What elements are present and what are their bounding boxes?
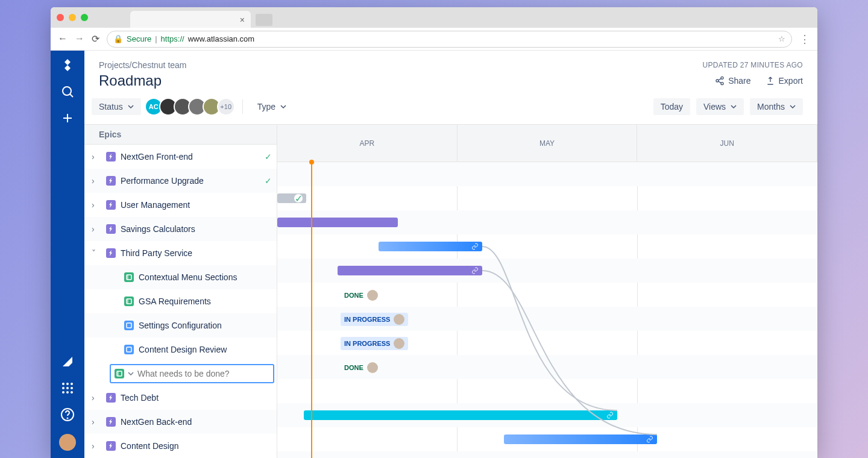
svg-line-18 <box>719 78 722 80</box>
breadcrumb-leaf[interactable]: Chestnut team <box>131 60 186 70</box>
notifications-icon[interactable] <box>60 354 75 369</box>
chevron-down-icon <box>128 104 134 110</box>
url-protocol: https:// <box>161 34 184 43</box>
epic-bar[interactable] <box>504 434 657 444</box>
issue-type-picker[interactable] <box>115 369 124 378</box>
epic-bar[interactable] <box>277 218 398 227</box>
timeline-row[interactable] <box>277 162 817 186</box>
chevron-down-icon <box>280 104 286 110</box>
svg-point-16 <box>716 80 719 82</box>
window-controls[interactable] <box>57 14 88 21</box>
epic-row[interactable]: ›NextGen Back-end <box>84 410 277 434</box>
timeline-row[interactable]: IN PROGRESS <box>277 331 817 355</box>
new-tab-button[interactable] <box>256 14 272 26</box>
timeline-row[interactable]: DONE <box>277 355 817 379</box>
timeline-row[interactable] <box>277 403 817 427</box>
views-dropdown[interactable]: Views <box>696 98 744 115</box>
apps-icon[interactable] <box>60 381 75 395</box>
epic-row[interactable]: ›Savings Calculators <box>84 217 277 241</box>
svg-point-10 <box>62 391 64 394</box>
breadcrumb-root[interactable]: Projects <box>99 60 130 70</box>
new-issue-field[interactable] <box>137 369 269 378</box>
jira-logo-icon[interactable] <box>60 58 75 72</box>
epic-bar[interactable] <box>338 266 482 275</box>
search-icon[interactable] <box>60 84 75 99</box>
epic-row[interactable]: ›NextGen Front-end✓ <box>84 145 277 169</box>
timeline-row[interactable] <box>277 427 817 451</box>
expand-chevron-icon[interactable]: › <box>92 224 101 234</box>
svg-point-5 <box>66 383 69 385</box>
type-filter[interactable]: Type <box>250 98 294 115</box>
svg-point-14 <box>68 418 68 419</box>
share-button[interactable]: Share <box>715 76 750 86</box>
epic-row[interactable]: ›Content Design <box>84 434 277 458</box>
epic-bar[interactable]: ✓ <box>277 193 306 203</box>
assignee-avatars[interactable]: AC +10 <box>148 98 235 116</box>
expand-chevron-icon[interactable]: › <box>92 441 101 451</box>
timeline-row[interactable]: ✓ <box>277 186 817 210</box>
timescale-dropdown[interactable]: Months <box>750 98 803 115</box>
export-button[interactable]: Export <box>766 76 803 86</box>
epic-row[interactable]: ›Content Design Review <box>84 337 277 362</box>
link-icon <box>471 243 479 250</box>
timeline-row[interactable] <box>277 210 817 234</box>
issue-type-icon <box>106 200 116 210</box>
timeline-row[interactable] <box>277 259 817 283</box>
svg-rect-22 <box>127 299 131 304</box>
timeline-row[interactable]: IN PROGRESS <box>277 307 817 331</box>
epic-row[interactable]: ›GSA Requirements <box>84 289 277 313</box>
back-button[interactable]: ← <box>58 33 68 45</box>
browser-tab[interactable]: × <box>130 11 251 28</box>
new-issue-input[interactable] <box>110 364 274 383</box>
month-col: MAY <box>458 125 638 162</box>
expand-chevron-icon[interactable]: › <box>92 200 101 210</box>
timeline-row[interactable] <box>277 451 817 458</box>
expand-chevron-icon[interactable]: › <box>92 176 101 186</box>
epic-bar[interactable] <box>304 410 617 420</box>
epic-row[interactable]: ›Performance Upgrade✓ <box>84 169 277 193</box>
chevron-down-icon[interactable] <box>128 371 134 377</box>
timeline-row[interactable] <box>277 379 817 403</box>
epic-row[interactable]: ›User Management <box>84 193 277 217</box>
epic-bar[interactable] <box>379 242 482 251</box>
issue-type-icon <box>124 272 134 282</box>
epic-name: Settings Configuration <box>139 321 222 330</box>
status-in-progress: IN PROGRESS <box>341 337 408 350</box>
close-window-icon[interactable] <box>57 14 64 21</box>
lock-icon: 🔒 <box>113 34 123 43</box>
minimize-window-icon[interactable] <box>69 14 76 21</box>
create-icon[interactable] <box>60 111 75 125</box>
timeline-row[interactable] <box>277 234 817 259</box>
bookmark-star-icon[interactable]: ☆ <box>778 34 785 43</box>
expand-chevron-icon[interactable]: › <box>92 393 101 403</box>
expand-chevron-icon[interactable]: › <box>92 417 101 427</box>
tab-close-icon[interactable]: × <box>240 15 245 25</box>
user-avatar[interactable] <box>59 434 76 451</box>
epic-name: Content Design Review <box>139 345 227 354</box>
browser-menu-icon[interactable]: ⋮ <box>799 33 810 46</box>
avatar-overflow[interactable]: +10 <box>217 98 235 116</box>
help-icon[interactable] <box>60 407 75 422</box>
issue-type-icon <box>106 176 116 186</box>
timeline-header: APR MAY JUN <box>277 125 817 162</box>
epics-header: Epics <box>84 125 277 145</box>
expand-chevron-icon[interactable]: › <box>92 152 101 162</box>
reload-button[interactable]: ⟳ <box>92 33 99 45</box>
expand-chevron-icon[interactable]: ˅ <box>92 248 101 258</box>
epic-row[interactable]: ˅Third Party Service <box>84 241 277 265</box>
epic-row[interactable]: ›Tech Debt <box>84 386 277 410</box>
epic-row[interactable]: ›Contextual Menu Sections <box>84 265 277 289</box>
url-bar[interactable]: 🔒 Secure | https://www.atlassian.com ☆ <box>107 31 792 48</box>
maximize-window-icon[interactable] <box>81 14 88 21</box>
svg-rect-25 <box>127 347 131 352</box>
today-button[interactable]: Today <box>653 98 690 115</box>
svg-point-11 <box>66 391 69 394</box>
timeline-body[interactable]: ✓ <box>277 162 817 458</box>
timeline[interactable]: APR MAY JUN ✓ <box>277 125 817 458</box>
status-filter[interactable]: Status <box>92 98 141 115</box>
epic-row[interactable]: ›Settings Configuration <box>84 313 277 337</box>
tab-bar: × <box>51 7 817 28</box>
divider <box>242 99 243 114</box>
timeline-row[interactable]: DONE <box>277 283 817 307</box>
roadmap-grid: Epics ›NextGen Front-end✓›Performance Up… <box>84 124 817 458</box>
